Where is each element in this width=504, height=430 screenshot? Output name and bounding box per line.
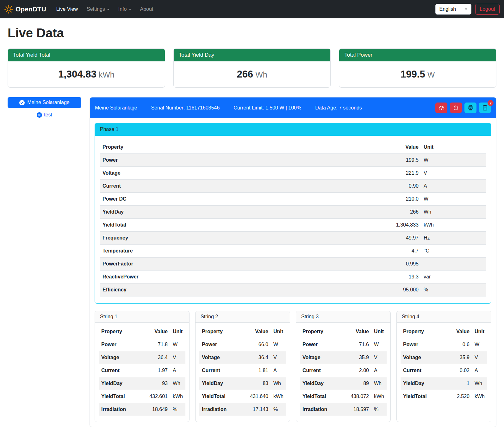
property-cell: Frequency — [100, 232, 292, 245]
limit-settings-button[interactable] — [435, 103, 447, 113]
current-limit: Current Limit: 1,500 W | 100% — [233, 105, 301, 111]
inverter-sidebar: Meine Solaranlage test — [8, 97, 81, 118]
nav-item-info[interactable]: Info — [114, 4, 136, 15]
unit-cell-text: Wh — [170, 377, 185, 390]
table-row: Voltage35.9V — [300, 351, 387, 364]
gauge-icon — [439, 105, 445, 111]
inverter-select-label: Meine Solaranlage — [27, 100, 69, 105]
chevron-down-icon — [465, 9, 467, 10]
inverter-panel-header: Meine Solaranlage Serial Number: 1161716… — [90, 97, 496, 118]
unit-cell-text: % — [421, 284, 486, 296]
x-circle-icon — [37, 112, 42, 118]
summary-card-title: Total Power — [339, 49, 496, 61]
value-cell-text: 66.0 — [240, 338, 271, 351]
unit-cell-text: Wh — [371, 377, 387, 390]
table-row: YieldDay89Wh — [300, 377, 387, 390]
property-cell: YieldDay — [100, 206, 292, 219]
unit-cell-text: Wh — [421, 206, 486, 219]
value-cell-text: 438.072 — [340, 390, 371, 403]
brand-link[interactable]: OpenDTU — [4, 5, 46, 14]
unit-cell-text: V — [472, 351, 487, 364]
string-title: String 3 — [296, 311, 390, 323]
property-cell: Irradiation — [199, 403, 240, 416]
inverter-select-button[interactable]: Meine Solaranlage — [8, 97, 81, 108]
property-cell: Power — [199, 338, 240, 351]
property-cell: YieldTotal — [199, 390, 240, 403]
property-cell: Voltage — [401, 351, 444, 364]
nav-item-live-view[interactable]: Live View — [52, 4, 82, 15]
value-cell-text: 95.000 — [292, 284, 421, 296]
language-select[interactable]: English — [435, 4, 471, 15]
table-row: Voltage36.4V — [199, 351, 286, 364]
value-cell-text: 199.5 — [292, 154, 421, 167]
table-row: Current2.00A — [300, 364, 387, 377]
column-header-value: Value — [292, 141, 421, 154]
column-header-property: Property — [401, 325, 444, 338]
logout-button[interactable]: Logout — [475, 4, 500, 15]
nav-item-about[interactable]: About — [136, 4, 158, 15]
column-header-unit: Unit — [170, 325, 185, 338]
value-cell-text: 71.8 — [139, 338, 170, 351]
property-cell: Current — [300, 364, 340, 377]
unit-cell-text: A — [472, 364, 487, 377]
value-cell-text: 0.6 — [444, 338, 472, 351]
summary-card-unit: W — [427, 70, 435, 79]
summary-card-value: 199.5 — [401, 69, 425, 80]
unit-cell-text: kWh — [472, 390, 487, 403]
events-button[interactable]: 2 — [479, 103, 491, 113]
events-badge: 2 — [488, 100, 494, 106]
summary-card-value: 266 — [237, 69, 253, 80]
property-cell: YieldDay — [199, 377, 240, 390]
table-row: YieldTotal438.072kWh — [300, 390, 387, 403]
chevron-down-icon — [129, 9, 131, 10]
column-header-property: Property — [99, 325, 139, 338]
unit-cell-text: V — [371, 351, 387, 364]
column-header-property: Property — [199, 325, 240, 338]
table-row: Voltage221.9V — [100, 167, 486, 180]
property-cell: Power DC — [100, 193, 292, 206]
property-cell: YieldTotal — [401, 390, 444, 403]
unit-cell-text: A — [271, 364, 286, 377]
table-row: Irradiation18.649% — [99, 403, 185, 416]
summary-card-title: Total Yield Day — [174, 49, 331, 61]
table-row: YieldTotal431.640kWh — [199, 390, 286, 403]
table-row: Power71.6W — [300, 338, 387, 351]
table-header-row: Property Value Unit — [401, 325, 487, 338]
property-cell: Temperature — [100, 245, 292, 258]
value-cell-text: 71.6 — [340, 338, 371, 351]
property-cell: YieldTotal — [99, 390, 139, 403]
device-info-button[interactable] — [464, 103, 476, 113]
table-header-row: Property Value Unit — [199, 325, 286, 338]
table-row: YieldDay83Wh — [199, 377, 286, 390]
unit-cell-text: °C — [421, 245, 486, 258]
table-row: Current1.81A — [199, 364, 286, 377]
column-header-unit: Unit — [271, 325, 286, 338]
check-circle-icon — [19, 100, 25, 105]
unit-cell-text: V — [170, 351, 185, 364]
page-title: Live Data — [8, 26, 496, 40]
table-header-row: Property Value Unit — [99, 325, 185, 338]
unit-cell-text: W — [371, 338, 387, 351]
unit-cell-text: W — [271, 338, 286, 351]
value-cell-text: 1,304.833 — [292, 219, 421, 232]
value-cell-text: 36.4 — [240, 351, 271, 364]
string-card-1: String 1 Property Value Unit — [95, 311, 190, 422]
power-icon — [453, 105, 459, 111]
table-row: Irradiation17.143% — [199, 403, 286, 416]
table-row: Current0.90A — [100, 180, 486, 193]
string-table: Property Value Unit Power71.6WVoltage35.… — [300, 325, 387, 416]
value-cell-text: 18.597 — [340, 403, 371, 416]
nav-item-settings[interactable]: Settings — [82, 4, 114, 15]
value-cell-text: 1.97 — [139, 364, 170, 377]
column-header-unit: Unit — [371, 325, 387, 338]
phase-card: Phase 1 Property Value Unit Power199.5WV… — [95, 123, 491, 304]
table-row: Efficiency95.000% — [100, 284, 486, 296]
power-button[interactable] — [450, 103, 462, 113]
column-header-value: Value — [444, 325, 472, 338]
table-row: Irradiation18.597% — [300, 403, 387, 416]
sidebar-item-test[interactable]: test — [8, 112, 81, 118]
string-table: Property Value Unit Power71.8WVoltage36.… — [99, 325, 185, 416]
value-cell-text: 35.9 — [340, 351, 371, 364]
string-title: String 4 — [397, 311, 491, 323]
property-cell: YieldTotal — [300, 390, 340, 403]
